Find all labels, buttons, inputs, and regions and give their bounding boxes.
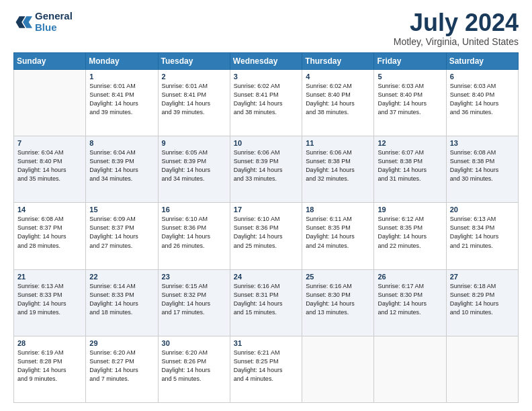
day-number: 23: [162, 273, 226, 281]
calendar-week-row: 28Sunrise: 6:19 AM Sunset: 8:28 PM Dayli…: [14, 336, 519, 402]
day-info: Sunrise: 6:04 AM Sunset: 8:40 PM Dayligh…: [17, 148, 82, 183]
col-saturday: Saturday: [446, 53, 518, 70]
table-row: 2Sunrise: 6:01 AM Sunset: 8:41 PM Daylig…: [158, 70, 230, 136]
day-number: 22: [89, 273, 154, 281]
logo-icon: [13, 13, 32, 32]
svg-marker-0: [23, 16, 32, 28]
table-row: [302, 336, 374, 402]
col-thursday: Thursday: [302, 53, 374, 70]
day-info: Sunrise: 6:13 AM Sunset: 8:33 PM Dayligh…: [17, 282, 82, 317]
title-area: July 2024 Motley, Virginia, United State…: [394, 11, 519, 47]
table-row: 17Sunrise: 6:10 AM Sunset: 8:36 PM Dayli…: [230, 203, 302, 269]
day-number: 29: [89, 339, 154, 347]
calendar-table: Sunday Monday Tuesday Wednesday Thursday…: [13, 52, 519, 403]
day-info: Sunrise: 6:14 AM Sunset: 8:33 PM Dayligh…: [89, 282, 154, 317]
day-info: Sunrise: 6:16 AM Sunset: 8:30 PM Dayligh…: [306, 282, 370, 317]
table-row: 9Sunrise: 6:05 AM Sunset: 8:39 PM Daylig…: [158, 136, 230, 203]
day-number: 25: [306, 273, 370, 281]
table-row: 4Sunrise: 6:02 AM Sunset: 8:40 PM Daylig…: [302, 70, 374, 136]
day-number: 24: [234, 273, 298, 281]
table-row: 27Sunrise: 6:18 AM Sunset: 8:29 PM Dayli…: [446, 269, 518, 336]
day-info: Sunrise: 6:11 AM Sunset: 8:35 PM Dayligh…: [306, 215, 370, 250]
table-row: 29Sunrise: 6:20 AM Sunset: 8:27 PM Dayli…: [86, 336, 158, 402]
col-sunday: Sunday: [14, 53, 86, 70]
table-row: 31Sunrise: 6:21 AM Sunset: 8:25 PM Dayli…: [230, 336, 302, 402]
table-row: [446, 336, 518, 402]
day-info: Sunrise: 6:10 AM Sunset: 8:36 PM Dayligh…: [234, 215, 298, 250]
day-number: 9: [162, 139, 226, 147]
table-row: 15Sunrise: 6:09 AM Sunset: 8:37 PM Dayli…: [86, 203, 158, 269]
day-info: Sunrise: 6:03 AM Sunset: 8:40 PM Dayligh…: [378, 82, 442, 117]
day-number: 1: [89, 73, 154, 81]
day-info: Sunrise: 6:08 AM Sunset: 8:37 PM Dayligh…: [17, 215, 82, 250]
table-row: 18Sunrise: 6:11 AM Sunset: 8:35 PM Dayli…: [302, 203, 374, 269]
table-row: [14, 70, 86, 136]
day-number: 14: [17, 205, 82, 214]
day-number: 30: [162, 339, 226, 347]
table-row: 26Sunrise: 6:17 AM Sunset: 8:30 PM Dayli…: [374, 269, 446, 336]
table-row: 5Sunrise: 6:03 AM Sunset: 8:40 PM Daylig…: [374, 70, 446, 136]
day-info: Sunrise: 6:01 AM Sunset: 8:41 PM Dayligh…: [89, 82, 154, 117]
table-row: 7Sunrise: 6:04 AM Sunset: 8:40 PM Daylig…: [14, 136, 86, 203]
day-number: 8: [89, 139, 154, 147]
table-row: 25Sunrise: 6:16 AM Sunset: 8:30 PM Dayli…: [302, 269, 374, 336]
day-info: Sunrise: 6:15 AM Sunset: 8:32 PM Dayligh…: [162, 282, 226, 317]
day-number: 3: [234, 73, 298, 81]
day-info: Sunrise: 6:21 AM Sunset: 8:25 PM Dayligh…: [234, 349, 298, 383]
table-row: 10Sunrise: 6:06 AM Sunset: 8:39 PM Dayli…: [230, 136, 302, 203]
table-row: 3Sunrise: 6:02 AM Sunset: 8:41 PM Daylig…: [230, 70, 302, 136]
month-title: July 2024: [394, 11, 519, 35]
day-info: Sunrise: 6:10 AM Sunset: 8:36 PM Dayligh…: [162, 215, 226, 250]
day-info: Sunrise: 6:02 AM Sunset: 8:40 PM Dayligh…: [306, 82, 370, 117]
day-info: Sunrise: 6:20 AM Sunset: 8:26 PM Dayligh…: [162, 349, 226, 383]
day-number: 18: [306, 205, 370, 214]
page: General Blue July 2024 Motley, Virginia,…: [0, 0, 532, 411]
day-info: Sunrise: 6:09 AM Sunset: 8:37 PM Dayligh…: [89, 215, 154, 250]
day-number: 27: [450, 273, 515, 281]
day-info: Sunrise: 6:02 AM Sunset: 8:41 PM Dayligh…: [234, 82, 298, 117]
table-row: 16Sunrise: 6:10 AM Sunset: 8:36 PM Dayli…: [158, 203, 230, 269]
day-info: Sunrise: 6:03 AM Sunset: 8:40 PM Dayligh…: [450, 82, 515, 117]
day-number: 10: [234, 139, 298, 147]
day-number: 17: [234, 205, 298, 214]
table-row: 8Sunrise: 6:04 AM Sunset: 8:39 PM Daylig…: [86, 136, 158, 203]
table-row: 19Sunrise: 6:12 AM Sunset: 8:35 PM Dayli…: [374, 203, 446, 269]
day-info: Sunrise: 6:20 AM Sunset: 8:27 PM Dayligh…: [89, 349, 154, 383]
logo-text: General Blue: [35, 11, 73, 33]
day-info: Sunrise: 6:06 AM Sunset: 8:39 PM Dayligh…: [234, 148, 298, 183]
day-info: Sunrise: 6:07 AM Sunset: 8:38 PM Dayligh…: [378, 148, 442, 183]
day-number: 12: [378, 139, 442, 147]
col-monday: Monday: [86, 53, 158, 70]
day-number: 19: [378, 205, 442, 214]
table-row: 11Sunrise: 6:06 AM Sunset: 8:38 PM Dayli…: [302, 136, 374, 203]
table-row: [374, 336, 446, 402]
day-info: Sunrise: 6:16 AM Sunset: 8:31 PM Dayligh…: [234, 282, 298, 317]
day-info: Sunrise: 6:13 AM Sunset: 8:34 PM Dayligh…: [450, 215, 515, 250]
day-number: 21: [17, 273, 82, 281]
table-row: 23Sunrise: 6:15 AM Sunset: 8:32 PM Dayli…: [158, 269, 230, 336]
calendar-week-row: 14Sunrise: 6:08 AM Sunset: 8:37 PM Dayli…: [14, 203, 519, 269]
table-row: 22Sunrise: 6:14 AM Sunset: 8:33 PM Dayli…: [86, 269, 158, 336]
day-number: 2: [162, 73, 226, 81]
calendar-week-row: 21Sunrise: 6:13 AM Sunset: 8:33 PM Dayli…: [14, 269, 519, 336]
day-number: 15: [89, 205, 154, 214]
day-number: 20: [450, 205, 515, 214]
table-row: 13Sunrise: 6:08 AM Sunset: 8:38 PM Dayli…: [446, 136, 518, 203]
calendar-header-row: Sunday Monday Tuesday Wednesday Thursday…: [14, 53, 519, 70]
day-number: 5: [378, 73, 442, 81]
logo: General Blue: [13, 11, 73, 33]
table-row: 28Sunrise: 6:19 AM Sunset: 8:28 PM Dayli…: [14, 336, 86, 402]
col-friday: Friday: [374, 53, 446, 70]
table-row: 1Sunrise: 6:01 AM Sunset: 8:41 PM Daylig…: [86, 70, 158, 136]
day-info: Sunrise: 6:08 AM Sunset: 8:38 PM Dayligh…: [450, 148, 515, 183]
table-row: 14Sunrise: 6:08 AM Sunset: 8:37 PM Dayli…: [14, 203, 86, 269]
table-row: 30Sunrise: 6:20 AM Sunset: 8:26 PM Dayli…: [158, 336, 230, 402]
day-info: Sunrise: 6:05 AM Sunset: 8:39 PM Dayligh…: [162, 148, 226, 183]
day-number: 13: [450, 139, 515, 147]
col-tuesday: Tuesday: [158, 53, 230, 70]
day-info: Sunrise: 6:17 AM Sunset: 8:30 PM Dayligh…: [378, 282, 442, 317]
table-row: 21Sunrise: 6:13 AM Sunset: 8:33 PM Dayli…: [14, 269, 86, 336]
day-number: 7: [17, 139, 82, 147]
calendar-week-row: 7Sunrise: 6:04 AM Sunset: 8:40 PM Daylig…: [14, 136, 519, 203]
day-number: 11: [306, 139, 370, 147]
